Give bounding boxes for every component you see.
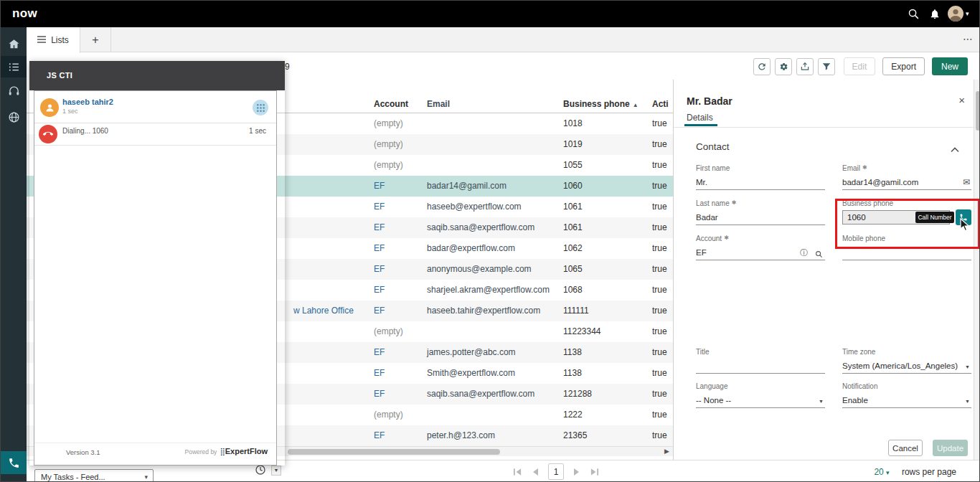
- cell-account[interactable]: (empty): [374, 134, 403, 155]
- cell-business-phone: 121288: [563, 384, 592, 405]
- search-icon[interactable]: [908, 8, 920, 21]
- call-phone-button[interactable]: [956, 209, 971, 225]
- cell-account[interactable]: (empty): [374, 321, 403, 342]
- cell-email[interactable]: haseeb@expertflow.com: [427, 197, 522, 217]
- account-input[interactable]: EFⓘ: [696, 245, 825, 260]
- cti-call-row[interactable]: Dialing... 1060 1 sec: [34, 123, 276, 146]
- cell-email[interactable]: saqib.sana@expertflow.com: [427, 217, 534, 238]
- cell-account[interactable]: (empty): [374, 405, 403, 425]
- notifications-bell-icon[interactable]: [929, 8, 942, 21]
- clock-icon[interactable]: [255, 464, 266, 478]
- envelope-icon[interactable]: ✉: [963, 175, 970, 190]
- cell-location-fragment[interactable]: w Lahore Office: [293, 301, 354, 321]
- cell-email[interactable]: saqib.sana@expertflow.com: [427, 384, 534, 405]
- cell-email[interactable]: peter.h@123.com: [427, 425, 495, 446]
- cell-email[interactable]: Smith@expertflow.com: [427, 363, 515, 384]
- chevron-up-icon[interactable]: [951, 143, 959, 156]
- rows-per-page-select[interactable]: 20 ▾: [874, 467, 889, 477]
- cell-account[interactable]: (empty): [374, 155, 403, 176]
- edit-button[interactable]: Edit: [844, 57, 876, 75]
- tasks-list-selector[interactable]: My Tasks - Feed... ▾: [34, 469, 154, 482]
- column-header-active[interactable]: Acti: [652, 99, 669, 109]
- cell-email[interactable]: james.potter@abc.com: [427, 342, 516, 363]
- close-icon[interactable]: ×: [958, 94, 965, 106]
- cell-account[interactable]: (empty): [374, 113, 403, 134]
- sidebar-item-lists[interactable]: [1, 56, 27, 77]
- info-icon[interactable]: ⓘ: [800, 245, 808, 260]
- field-last-name: Last name✱ Badar: [696, 199, 825, 225]
- cell-account[interactable]: EF: [374, 238, 385, 259]
- sidebar-item-home[interactable]: [1, 33, 27, 55]
- sidebar-item-globe[interactable]: [1, 106, 27, 128]
- field-label: Time zone: [842, 348, 971, 357]
- refresh-button[interactable]: [753, 58, 771, 75]
- vertical-scrollbar-thumb[interactable]: [976, 91, 980, 131]
- cell-business-phone: 1222: [563, 405, 583, 425]
- first-page-icon[interactable]: [513, 468, 522, 476]
- user-avatar[interactable]: [948, 6, 963, 22]
- first-name-input[interactable]: Mr.: [696, 175, 825, 190]
- hang-up-phone-icon[interactable]: [39, 125, 57, 143]
- page-number-box[interactable]: 1: [548, 463, 564, 480]
- vertical-scrollbar[interactable]: [974, 80, 980, 460]
- divider: [674, 127, 974, 128]
- sidebar-item-agent-headset[interactable]: [1, 80, 27, 102]
- language-select[interactable]: -- None --▼: [696, 393, 825, 408]
- cell-account[interactable]: EF: [374, 197, 385, 217]
- cell-account[interactable]: EF: [374, 259, 385, 280]
- cancel-button[interactable]: Cancel: [888, 440, 923, 456]
- tab-overflow-button[interactable]: ⋯: [963, 33, 974, 44]
- cti-contact-row[interactable]: haseeb tahir2 1 sec: [34, 93, 276, 123]
- cell-business-phone: 1138: [563, 363, 582, 384]
- cell-active: true: [652, 384, 667, 405]
- dialpad-icon[interactable]: [253, 100, 268, 115]
- cell-email[interactable]: haseeb.tahir@expertflow.com: [427, 301, 540, 321]
- cell-account[interactable]: EF: [374, 363, 385, 384]
- time-zone-select[interactable]: System (America/Los_Angeles)▼: [842, 359, 971, 374]
- mobile-phone-input[interactable]: [842, 245, 971, 260]
- settings-gear-icon[interactable]: [775, 58, 792, 75]
- email-input[interactable]: badar14@gamil.com✉: [842, 175, 971, 190]
- new-button[interactable]: New: [932, 57, 968, 75]
- scroll-down-button[interactable]: ▼: [271, 466, 281, 476]
- field-time-zone: Time zone System (America/Los_Angeles)▼: [842, 348, 971, 374]
- next-page-icon[interactable]: [573, 468, 580, 476]
- last-page-icon[interactable]: [590, 468, 599, 476]
- cell-business-phone: 1060: [563, 176, 583, 197]
- record-title: Mr. Badar: [687, 95, 732, 107]
- column-header-email[interactable]: Email: [427, 99, 450, 109]
- export-button[interactable]: Export: [882, 57, 925, 75]
- cell-business-phone: 1055: [563, 155, 583, 176]
- cell-email[interactable]: badar14@gamil.com: [427, 176, 507, 197]
- sidebar-item-phone[interactable]: [1, 451, 27, 474]
- update-button[interactable]: Update: [933, 440, 968, 456]
- new-tab-button[interactable]: +: [80, 27, 111, 52]
- user-menu-caret-icon[interactable]: ▾: [966, 10, 969, 17]
- tab-lists[interactable]: Lists: [27, 27, 80, 53]
- cell-account[interactable]: EF: [374, 342, 385, 363]
- filter-funnel-icon[interactable]: [818, 58, 835, 75]
- cell-account[interactable]: EF: [374, 425, 385, 446]
- cell-account[interactable]: EF: [374, 384, 385, 405]
- cell-email[interactable]: badar@expertflow.com: [427, 238, 515, 259]
- previous-page-icon[interactable]: [532, 468, 539, 476]
- reference-search-icon[interactable]: [815, 248, 823, 263]
- section-contact-header[interactable]: Contact: [696, 141, 730, 152]
- cell-account[interactable]: EF: [374, 176, 385, 197]
- contact-name[interactable]: haseeb tahir2: [62, 98, 113, 106]
- horizontal-scrollbar-thumb[interactable]: [288, 449, 500, 455]
- cell-email[interactable]: anonymous@example.com: [427, 259, 532, 280]
- export-share-icon[interactable]: [796, 58, 814, 75]
- cell-account[interactable]: EF: [374, 217, 385, 238]
- notification-select[interactable]: Enable▼: [842, 393, 971, 408]
- column-header-account[interactable]: Account: [374, 99, 408, 109]
- column-header-business-phone[interactable]: Business phone▲: [563, 99, 639, 109]
- field-label: Last name✱: [696, 199, 825, 209]
- cell-account[interactable]: EF: [374, 301, 385, 321]
- scroll-right-icon[interactable]: ▶: [664, 448, 669, 455]
- tab-details[interactable]: Details: [687, 113, 713, 123]
- title-input[interactable]: [696, 359, 825, 374]
- last-name-input[interactable]: Badar: [696, 210, 825, 225]
- cell-email[interactable]: sharjeel.akram@expertflow.com: [427, 280, 550, 301]
- cell-account[interactable]: EF: [374, 280, 385, 301]
